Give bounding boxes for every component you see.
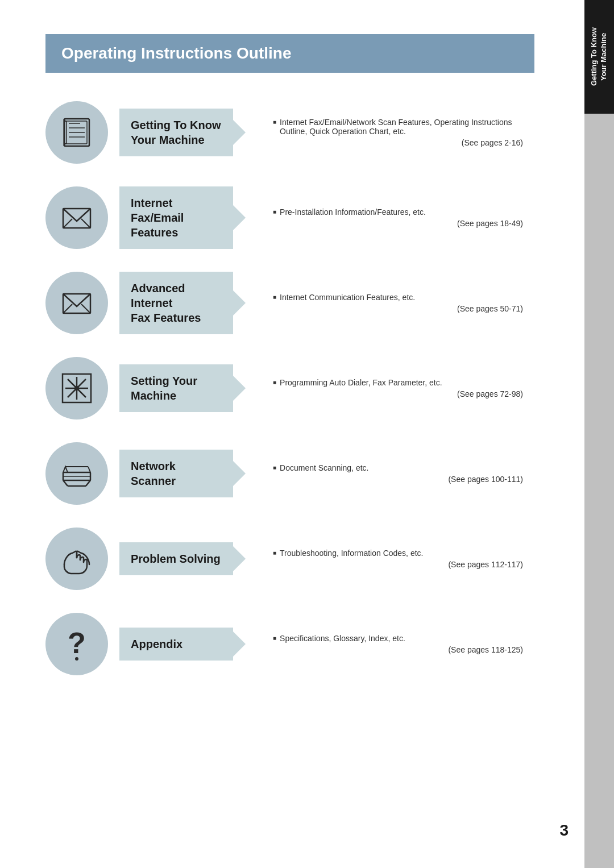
section-label-box-getting-to-know: Getting To KnowYour Machine xyxy=(119,109,233,156)
svg-point-20 xyxy=(74,386,79,391)
svg-text:?: ? xyxy=(68,627,86,659)
header-bar: Operating Instructions Outline xyxy=(45,34,534,73)
section-desc-setting-your-machine: Programming Auto Dialer, Fax Parameter, … xyxy=(250,378,523,398)
side-tab: Getting To KnowYour Machine xyxy=(584,0,614,868)
circle-icon-setting-your-machine xyxy=(45,357,108,420)
section-label-box-internet-fax-email: Internet Fax/EmailFeatures xyxy=(119,186,233,249)
svg-line-24 xyxy=(63,480,68,486)
circle-icon-getting-to-know xyxy=(45,101,108,164)
section-pages-setting-your-machine: (See pages 72-98) xyxy=(273,389,523,398)
section-pages-network-scanner: (See pages 100-111) xyxy=(273,475,523,484)
section-row-internet-fax-email: Internet Fax/EmailFeatures Pre-Installat… xyxy=(45,186,523,249)
section-label-setting-your-machine: Setting YourMachine xyxy=(131,373,222,403)
section-label-network-scanner: Network Scanner xyxy=(131,459,222,488)
section-pages-appendix: (See pages 118-125) xyxy=(273,645,523,654)
section-row-network-scanner: Network Scanner Document Scanning, etc. … xyxy=(45,442,523,505)
section-bullet-internet-fax-email: Pre-Installation Information/Features, e… xyxy=(273,207,523,217)
circle-icon-internet-fax-email xyxy=(45,186,108,249)
section-label-box-network-scanner: Network Scanner xyxy=(119,450,233,497)
section-bullet-setting-your-machine: Programming Auto Dialer, Fax Parameter, … xyxy=(273,378,523,387)
section-desc-internet-fax-email: Pre-Installation Information/Features, e… xyxy=(250,207,523,228)
svg-line-11 xyxy=(81,219,90,228)
section-label-getting-to-know: Getting To KnowYour Machine xyxy=(131,118,222,147)
section-label-appendix: Appendix xyxy=(131,637,222,651)
section-desc-appendix: Specifications, Glossary, Index, etc. (S… xyxy=(250,634,523,654)
section-row-appendix: ? Appendix Specifications, Glossary, Ind… xyxy=(45,613,523,675)
section-row-advanced-internet-fax: Advanced InternetFax Features Internet C… xyxy=(45,272,523,334)
svg-line-13 xyxy=(63,304,72,313)
section-desc-getting-to-know: Internet Fax/Email/Network Scan Features… xyxy=(250,118,523,147)
section-bullet-problem-solving: Troubleshooting, Information Codes, etc. xyxy=(273,549,523,558)
page-title: Operating Instructions Outline xyxy=(61,44,291,62)
svg-line-14 xyxy=(81,304,90,313)
section-label-problem-solving: Problem Solving xyxy=(131,551,222,566)
section-label-box-appendix: Appendix xyxy=(119,628,233,661)
section-desc-network-scanner: Document Scanning, etc. (See pages 100-1… xyxy=(250,463,523,484)
page-number: 3 xyxy=(559,821,569,840)
section-label-internet-fax-email: Internet Fax/EmailFeatures xyxy=(131,196,222,240)
content-area: Getting To KnowYour Machine Internet Fax… xyxy=(45,101,569,675)
section-label-box-advanced-internet-fax: Advanced InternetFax Features xyxy=(119,272,233,334)
section-row-setting-your-machine: Setting YourMachine Programming Auto Dia… xyxy=(45,357,523,420)
circle-icon-problem-solving xyxy=(45,528,108,590)
section-label-box-problem-solving: Problem Solving xyxy=(119,542,233,575)
section-pages-getting-to-know: (See pages 2-16) xyxy=(273,138,523,147)
svg-line-25 xyxy=(86,480,90,486)
section-pages-internet-fax-email: (See pages 18-49) xyxy=(273,219,523,228)
section-desc-problem-solving: Troubleshooting, Information Codes, etc.… xyxy=(250,549,523,569)
section-bullet-appendix: Specifications, Glossary, Index, etc. xyxy=(273,634,523,643)
side-tab-text: Getting To KnowYour Machine xyxy=(590,27,609,86)
section-label-advanced-internet-fax: Advanced InternetFax Features xyxy=(131,281,222,325)
section-desc-advanced-internet-fax: Internet Communication Features, etc. (S… xyxy=(250,293,523,313)
section-pages-problem-solving: (See pages 112-117) xyxy=(273,560,523,569)
section-bullet-getting-to-know: Internet Fax/Email/Network Scan Features… xyxy=(273,118,523,136)
svg-point-28 xyxy=(75,657,78,661)
section-bullet-advanced-internet-fax: Internet Communication Features, etc. xyxy=(273,293,523,302)
svg-line-10 xyxy=(63,219,72,228)
section-row-problem-solving: Problem Solving Troubleshooting, Informa… xyxy=(45,528,523,590)
page-wrapper: Getting To KnowYour Machine Operating In… xyxy=(0,0,614,868)
section-pages-advanced-internet-fax: (See pages 50-71) xyxy=(273,304,523,313)
circle-icon-appendix: ? xyxy=(45,613,108,675)
section-row-getting-to-know: Getting To KnowYour Machine Internet Fax… xyxy=(45,101,523,164)
circle-icon-network-scanner xyxy=(45,442,108,505)
section-label-box-setting-your-machine: Setting YourMachine xyxy=(119,364,233,412)
section-bullet-network-scanner: Document Scanning, etc. xyxy=(273,463,523,472)
side-tab-active: Getting To KnowYour Machine xyxy=(584,0,614,114)
circle-icon-advanced-internet-fax xyxy=(45,272,108,334)
